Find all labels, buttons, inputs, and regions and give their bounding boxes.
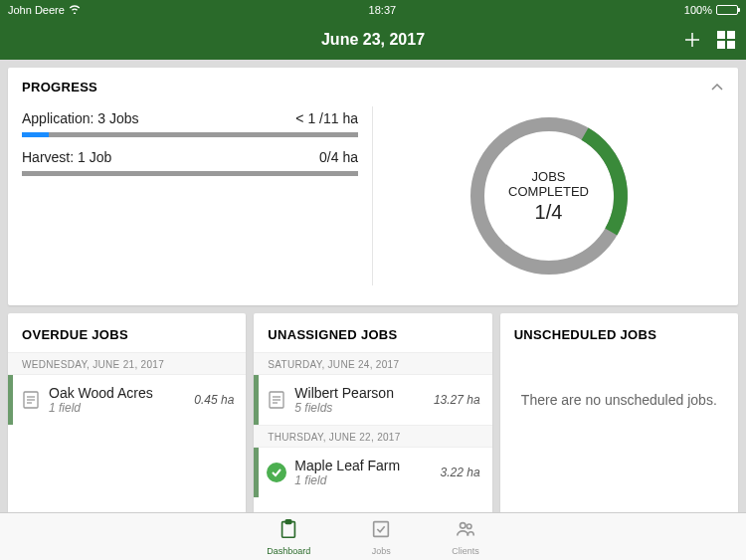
unassigned-card: UNASSIGNED JOBS SATURDAY, JUNE 24, 2017 … xyxy=(254,313,491,521)
progress-item: Harvest: 1 Job 0/4 ha xyxy=(22,149,358,176)
svg-rect-2 xyxy=(717,31,725,39)
progress-item: Application: 3 Jobs < 1 /11 ha xyxy=(22,110,358,137)
job-sub: 5 fields xyxy=(294,401,434,415)
progress-item-label: Harvest: 1 Job xyxy=(22,149,111,165)
tab-label: Dashboard xyxy=(267,546,310,556)
progress-card: PROGRESS Application: 3 Jobs < 1 /11 ha xyxy=(8,68,738,305)
progress-bar xyxy=(22,171,358,176)
progress-bar-fill xyxy=(22,132,49,137)
battery-pct-label: 100% xyxy=(684,4,712,16)
svg-rect-3 xyxy=(727,31,735,39)
checkmark-icon xyxy=(259,463,294,482)
carrier-label: John Deere xyxy=(8,4,65,16)
wifi-icon xyxy=(69,4,81,16)
overdue-title: OVERDUE JOBS xyxy=(22,327,128,342)
progress-bar xyxy=(22,132,358,137)
job-area: 0.45 ha xyxy=(194,393,234,407)
progress-title: PROGRESS xyxy=(22,80,97,94)
empty-state-text: There are no unscheduled jobs. xyxy=(500,352,738,448)
unscheduled-title: UNSCHEDULED JOBS xyxy=(514,327,656,342)
unscheduled-card: UNSCHEDULED JOBS There are no unschedule… xyxy=(500,313,738,521)
job-title: Oak Wood Acres xyxy=(49,385,194,401)
job-title: Maple Leaf Farm xyxy=(294,458,440,473)
page-title: June 23, 2017 xyxy=(321,31,425,49)
battery-icon xyxy=(716,5,738,15)
job-item[interactable]: Wilbert Pearson 5 fields 13.27 ha xyxy=(254,375,491,425)
status-bar: John Deere 18:37 100% xyxy=(0,0,746,20)
tab-jobs[interactable]: Jobs xyxy=(370,513,392,560)
svg-point-20 xyxy=(466,523,471,528)
job-sub: 1 field xyxy=(294,473,440,487)
unassigned-title: UNASSIGNED JOBS xyxy=(268,327,397,342)
collapse-button[interactable] xyxy=(710,81,724,94)
tab-bar: Dashboard Jobs Clients xyxy=(0,512,746,560)
job-area: 13.27 ha xyxy=(434,393,480,407)
ring-fraction: 1/4 xyxy=(508,201,589,224)
svg-point-19 xyxy=(461,522,466,528)
svg-rect-4 xyxy=(717,41,725,49)
svg-rect-18 xyxy=(374,521,389,536)
tab-label: Clients xyxy=(452,546,479,556)
date-group-label: THURSDAY, JUNE 22, 2017 xyxy=(254,425,491,448)
document-icon xyxy=(259,390,294,410)
tab-clients[interactable]: Clients xyxy=(452,513,479,560)
add-button[interactable] xyxy=(682,30,702,50)
jobs-completed-ring: JOBS COMPLETED 1/4 xyxy=(460,106,639,285)
clipboard-icon xyxy=(278,518,299,544)
svg-rect-17 xyxy=(285,519,291,523)
ring-label-2: COMPLETED xyxy=(508,184,589,199)
svg-rect-5 xyxy=(727,41,735,49)
date-group-label: WEDNESDAY, JUNE 21, 2017 xyxy=(8,352,246,375)
job-area: 3.22 ha xyxy=(441,466,480,479)
job-item[interactable]: Maple Leaf Farm 1 field 3.22 ha xyxy=(254,448,491,497)
people-icon xyxy=(455,518,476,544)
progress-item-value: < 1 /11 ha xyxy=(295,110,358,126)
grid-view-button[interactable] xyxy=(716,30,736,50)
job-sub: 1 field xyxy=(49,401,194,415)
document-icon xyxy=(13,390,49,410)
ring-label-1: JOBS xyxy=(508,169,589,184)
progress-item-value: 0/4 ha xyxy=(319,149,358,165)
checkbox-icon xyxy=(370,518,392,544)
job-title: Wilbert Pearson xyxy=(294,385,434,401)
progress-item-label: Application: 3 Jobs xyxy=(22,110,139,126)
status-time: 18:37 xyxy=(81,4,684,16)
tab-dashboard[interactable]: Dashboard xyxy=(267,513,310,560)
tab-label: Jobs xyxy=(372,546,391,556)
job-item[interactable]: Oak Wood Acres 1 field 0.45 ha xyxy=(8,375,246,425)
date-group-label: SATURDAY, JUNE 24, 2017 xyxy=(254,352,491,375)
overdue-card: OVERDUE JOBS WEDNESDAY, JUNE 21, 2017 Oa… xyxy=(8,313,246,521)
header: June 23, 2017 xyxy=(0,20,746,60)
